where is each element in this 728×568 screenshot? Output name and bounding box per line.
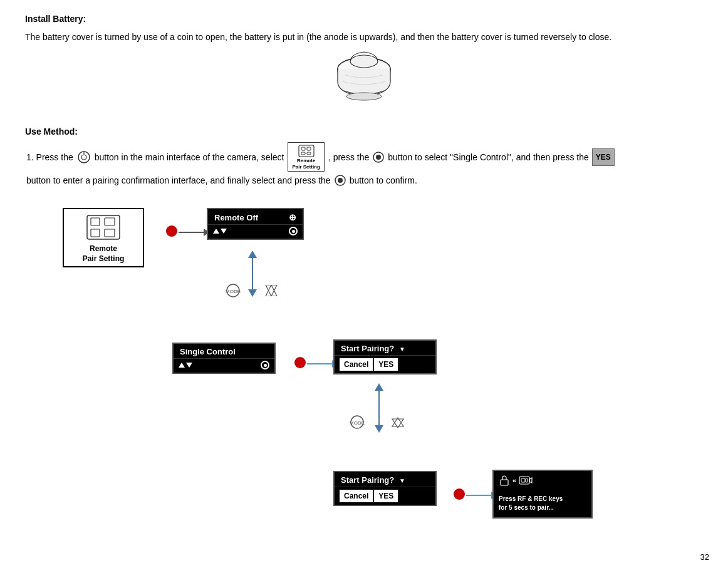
svg-text:MODE: MODE [226, 289, 241, 294]
remote-pair-label: Remote Pair Setting [64, 243, 143, 266]
diagram-area: Remote Pair Setting Remote Off ⊕ MODE [63, 202, 564, 552]
svg-point-2 [350, 55, 378, 68]
yes-button-2[interactable]: YES [374, 490, 398, 502]
start-pairing-box-2: Start Pairing? ▼ Cancel YES [333, 471, 437, 506]
confirm-button-inline-icon [372, 151, 385, 163]
nav-icon-2 [391, 416, 405, 430]
cancel-button-1[interactable]: Cancel [340, 358, 373, 371]
red-dot-2 [294, 357, 306, 368]
svg-point-3 [346, 93, 382, 100]
start-pairing-box-1: Start Pairing? ▼ Cancel YES [333, 339, 437, 374]
svg-rect-11 [307, 152, 311, 155]
svg-rect-20 [105, 229, 115, 237]
battery-illustration [25, 50, 703, 113]
remote-pair-box: Remote Pair Setting [63, 208, 144, 267]
svg-marker-31 [529, 478, 532, 483]
instruction-text: 1. Press the button in the main interfac… [25, 142, 703, 189]
press-rf-text: Press RF & REC keys for 5 secs to pair..… [494, 490, 591, 517]
single-control-title: Single Control [174, 344, 274, 359]
svg-rect-30 [519, 477, 529, 484]
vert-arrow-1 [248, 250, 257, 297]
settings-icon: ⊕ [289, 212, 296, 222]
remote-off-box: Remote Off ⊕ [207, 208, 304, 240]
nav-icon-1 [264, 285, 278, 298]
svg-point-13 [376, 155, 381, 160]
arrow-1 [179, 229, 210, 236]
svg-rect-9 [307, 147, 311, 150]
mode-button-icon [77, 150, 91, 164]
svg-rect-19 [91, 229, 100, 237]
yes-button-inline: YES [592, 148, 615, 166]
mode-icon-2: MODE [350, 415, 365, 431]
svg-rect-8 [301, 147, 305, 150]
yes-button-1[interactable]: YES [374, 358, 398, 371]
start-pairing-title-1: Start Pairing? ▼ [335, 341, 435, 356]
page-number: 32 [700, 552, 709, 562]
use-method-title: Use Method: [25, 125, 703, 138]
remote-pair-setting-inline-icon: Remote Pair Setting [288, 142, 324, 172]
svg-point-5 [81, 155, 86, 160]
svg-rect-18 [105, 218, 115, 225]
svg-rect-29 [501, 480, 508, 485]
vert-arrow-2 [375, 383, 383, 433]
cancel-button-2[interactable]: Cancel [340, 490, 373, 502]
red-dot-3 [454, 488, 465, 500]
svg-marker-24 [266, 285, 277, 296]
confirm-button-inline-icon2 [334, 174, 346, 187]
press-rf-box: « Press RF & REC keys for 5 secs to pair… [492, 470, 593, 519]
install-battery-title: Install Battery: [25, 13, 703, 26]
start-pairing-title-2: Start Pairing? ▼ [335, 472, 435, 487]
remote-off-title: Remote Off ⊕ [208, 209, 303, 225]
red-dot-1 [166, 225, 177, 237]
single-control-box: Single Control [172, 343, 276, 374]
svg-rect-7 [299, 145, 314, 157]
svg-text:MODE: MODE [350, 420, 365, 426]
svg-rect-33 [526, 478, 528, 482]
svg-rect-17 [91, 218, 100, 225]
mode-icon-1: MODE [226, 283, 241, 300]
svg-marker-23 [266, 285, 277, 296]
install-battery-desc: The battery cover is turned by use of a … [25, 31, 703, 44]
svg-rect-10 [301, 152, 305, 155]
svg-point-15 [338, 178, 343, 183]
svg-rect-32 [521, 478, 525, 482]
